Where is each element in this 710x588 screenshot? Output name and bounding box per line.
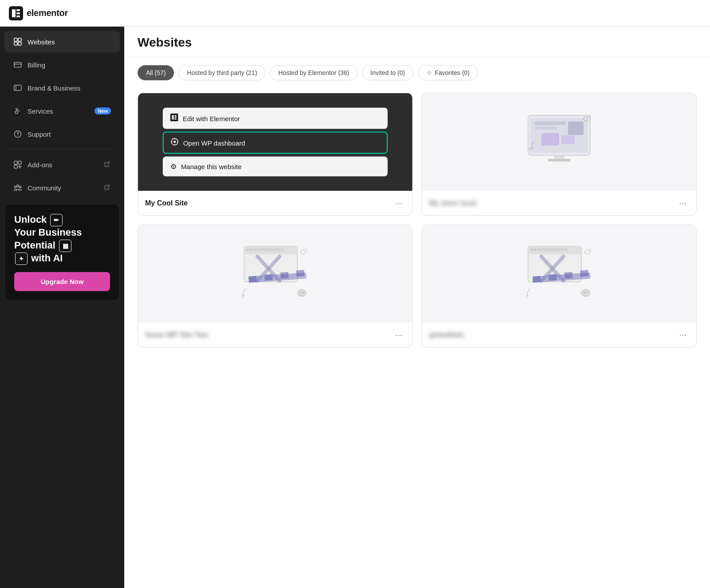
filter-tab-favorites[interactable]: ☆ Favorites (0) xyxy=(418,65,478,80)
svg-rect-16 xyxy=(14,161,17,164)
svg-rect-25 xyxy=(175,117,177,118)
sidebar-item-billing[interactable]: Billing xyxy=(4,54,120,75)
elementor-logo-icon xyxy=(9,6,23,20)
svg-rect-52 xyxy=(280,272,289,278)
filter-tab-invited[interactable]: Invited to (0) xyxy=(362,65,414,80)
manage-website-label: Manage this website xyxy=(181,163,242,170)
card-more-button-2[interactable]: ··· xyxy=(676,197,689,209)
card-footer-1: My Cool Site ··· xyxy=(138,191,412,215)
support-icon xyxy=(13,130,22,138)
card-overlay-menu: Edit with Elementor xyxy=(163,108,388,177)
sidebar-item-label: Community xyxy=(28,184,99,192)
sidebar-item-websites[interactable]: Websites xyxy=(4,31,120,52)
svg-point-71 xyxy=(584,292,585,293)
svg-rect-39 xyxy=(548,159,570,162)
svg-rect-45 xyxy=(244,252,297,254)
svg-point-57 xyxy=(302,292,304,293)
site-name-1: My Cool Site xyxy=(145,199,188,207)
svg-rect-1 xyxy=(12,9,16,17)
filter-tabs: All (57) Hosted by third party (21) Host… xyxy=(124,57,710,88)
upgrade-now-button[interactable]: Upgrade Now xyxy=(14,272,110,291)
svg-rect-0 xyxy=(9,6,23,20)
card-image-area-2 xyxy=(422,93,696,191)
svg-point-48 xyxy=(250,249,252,251)
svg-rect-68 xyxy=(580,270,588,276)
edit-with-elementor-option[interactable]: Edit with Elementor xyxy=(163,108,388,129)
sidebar: Websites Billing Brand & Business xyxy=(0,27,124,588)
website-card-3[interactable]: Some WP Site Two ··· xyxy=(138,225,413,347)
external-link-icon xyxy=(104,184,111,191)
card-more-button-4[interactable]: ··· xyxy=(676,329,689,341)
sidebar-item-community[interactable]: Community xyxy=(4,177,120,198)
community-icon xyxy=(13,183,22,192)
filter-tab-third-party[interactable]: Hosted by third party (21) xyxy=(178,65,265,80)
svg-point-62 xyxy=(530,249,533,251)
svg-rect-50 xyxy=(248,276,257,282)
logo-text: elementor xyxy=(27,8,68,18)
svg-rect-5 xyxy=(14,38,17,41)
open-wp-label: Open WP dashboard xyxy=(183,139,245,146)
svg-point-20 xyxy=(15,186,16,188)
main-layout: Websites Billing Brand & Business xyxy=(0,27,710,588)
open-wp-dashboard-option[interactable]: Open WP dashboard xyxy=(163,132,388,154)
svg-rect-22 xyxy=(170,114,178,122)
external-link-icon xyxy=(104,161,111,168)
filter-tab-all[interactable]: All (57) xyxy=(138,65,174,80)
svg-point-13 xyxy=(15,111,18,114)
website-card-4[interactable]: globalfails ··· xyxy=(422,225,697,347)
site-name-2: My store local xyxy=(429,199,477,207)
svg-rect-3 xyxy=(16,12,20,14)
filter-tab-elementor-hosted[interactable]: Hosted by Elementor (36) xyxy=(270,65,358,80)
content-header: Websites xyxy=(124,27,710,57)
sidebar-item-label: Support xyxy=(28,130,111,138)
svg-rect-53 xyxy=(296,270,304,276)
page-title: Websites xyxy=(138,36,697,50)
websites-grid: Edit with Elementor xyxy=(124,88,710,361)
svg-point-54 xyxy=(301,250,305,254)
svg-point-15 xyxy=(17,135,18,136)
card-footer-4: globalfails ··· xyxy=(422,323,696,347)
svg-rect-66 xyxy=(548,274,557,280)
svg-rect-18 xyxy=(14,165,17,168)
promo-edit-icon: ✏ xyxy=(50,214,63,226)
svg-rect-24 xyxy=(175,115,177,117)
manage-website-option[interactable]: ⚙ Manage this website xyxy=(163,157,388,177)
card-image-area-4 xyxy=(422,225,696,323)
svg-rect-37 xyxy=(568,122,584,135)
svg-rect-11 xyxy=(14,85,21,91)
promo-grid-icon: ▦ xyxy=(59,240,71,252)
illustration-2 xyxy=(422,93,696,191)
star-icon: ☆ xyxy=(426,69,432,76)
site-name-4: globalfails xyxy=(429,331,464,339)
website-card-2[interactable]: My store local ··· xyxy=(422,93,697,216)
sidebar-item-addons[interactable]: Add-ons xyxy=(4,154,120,175)
sidebar-item-label: Billing xyxy=(28,61,111,69)
svg-point-19 xyxy=(17,185,19,187)
settings-icon: ⚙ xyxy=(170,162,177,171)
svg-rect-67 xyxy=(564,272,573,278)
svg-rect-8 xyxy=(18,42,21,45)
svg-rect-46 xyxy=(253,248,284,251)
svg-point-55 xyxy=(297,289,306,296)
logo-area: elementor xyxy=(9,6,68,20)
svg-rect-23 xyxy=(172,115,174,120)
svg-point-72 xyxy=(586,292,588,293)
svg-rect-9 xyxy=(14,63,21,67)
card-more-button-3[interactable]: ··· xyxy=(392,329,405,341)
website-card-1[interactable]: Edit with Elementor xyxy=(138,93,413,216)
sidebar-item-label: Brand & Business xyxy=(28,84,111,92)
svg-rect-17 xyxy=(18,161,21,164)
sidebar-item-services[interactable]: Services New xyxy=(4,100,120,122)
elementor-icon xyxy=(170,114,178,123)
svg-rect-35 xyxy=(535,122,566,125)
sidebar-item-brand-business[interactable]: Brand & Business xyxy=(4,77,120,99)
services-new-badge: New xyxy=(95,107,111,114)
svg-rect-4 xyxy=(16,16,20,17)
card-more-button-1[interactable]: ··· xyxy=(392,197,405,209)
svg-point-63 xyxy=(534,249,536,251)
svg-rect-65 xyxy=(532,276,541,282)
illustration-3 xyxy=(138,225,412,323)
promo-box: Unlock ✏ Your Business Potential ▦ ✦ wit… xyxy=(5,205,119,300)
page-title-area: Websites xyxy=(138,36,697,57)
sidebar-item-support[interactable]: Support xyxy=(4,123,120,145)
